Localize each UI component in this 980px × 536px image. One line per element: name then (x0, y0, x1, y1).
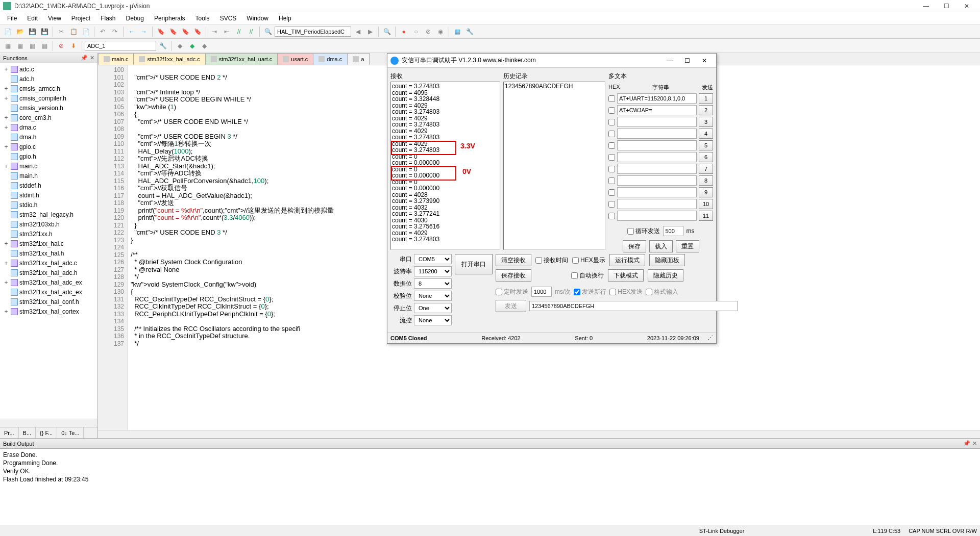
multi-hex-checkbox[interactable] (608, 201, 615, 208)
tab-functions[interactable]: {} F... (36, 427, 57, 438)
window-layout-icon[interactable]: ▦ (452, 26, 463, 37)
nav-forward-icon[interactable]: → (138, 26, 150, 37)
comment-icon[interactable]: // (233, 26, 244, 37)
tree-item[interactable]: dma.h (1, 132, 96, 142)
serial-maximize-button[interactable]: ☐ (678, 55, 696, 67)
editor-hscroll[interactable] (98, 430, 980, 438)
indent-icon[interactable]: ⇥ (209, 26, 220, 37)
rebuild-icon[interactable]: ▦ (27, 40, 38, 52)
multi-text-input[interactable] (617, 152, 697, 162)
editor-tab[interactable]: dma.c (313, 53, 348, 65)
multi-send-button[interactable]: 8 (699, 175, 713, 186)
tree-item[interactable]: adc.h (1, 74, 96, 84)
editor-tab[interactable]: stm32f1xx_hal_adc.c (133, 53, 205, 65)
multi-send-button[interactable]: 1 (699, 93, 713, 104)
breakpoint-kill-icon[interactable]: ⊘ (423, 26, 434, 37)
port-select[interactable]: COM5 (414, 254, 452, 264)
tree-item[interactable]: stddef.h (1, 181, 96, 190)
tree-item[interactable]: cmsis_version.h (1, 103, 96, 113)
build-output-text[interactable]: Erase Done.Programming Done.Verify OK.Fl… (0, 449, 980, 525)
panel-close-icon[interactable]: ✕ (90, 55, 94, 61)
multi-send-button[interactable]: 10 (699, 199, 713, 209)
editor-tab[interactable]: stm32f1xx_hal_uart.c (205, 53, 278, 65)
tree-item[interactable]: stdint.h (1, 190, 96, 200)
baud-select[interactable]: 115200 (414, 266, 452, 276)
tree-item[interactable]: +gpio.c (1, 142, 96, 151)
menu-flash[interactable]: Flash (95, 13, 120, 23)
close-button[interactable]: ✕ (957, 1, 977, 12)
batch-build-icon[interactable]: ▦ (39, 40, 50, 52)
find-combo[interactable] (275, 27, 351, 37)
multi-text-input[interactable] (617, 199, 697, 209)
bookmark-prev-icon[interactable]: 🔖 (167, 26, 179, 37)
undo-icon[interactable]: ↶ (97, 26, 108, 37)
bookmark-icon[interactable]: 🔖 (155, 26, 166, 37)
multi-text-input[interactable] (617, 187, 697, 197)
stop-build-icon[interactable]: ⊘ (56, 40, 67, 52)
save-icon[interactable]: 💾 (27, 26, 38, 37)
tree-item[interactable]: +main.c (1, 161, 96, 171)
editor-tab[interactable]: a (347, 53, 370, 65)
target-combo[interactable] (85, 41, 156, 51)
tree-item[interactable]: +dma.c (1, 122, 96, 132)
menu-edit[interactable]: Edit (22, 13, 43, 23)
serial-resize-grip-icon[interactable]: ⋰ (707, 335, 713, 341)
build-icon[interactable]: ▦ (14, 40, 26, 52)
configure-icon[interactable]: 🔧 (464, 26, 475, 37)
multi-send-button[interactable]: 4 (699, 129, 713, 139)
loop-interval-input[interactable] (663, 226, 683, 236)
timed-send-interval[interactable] (531, 287, 552, 297)
outdent-icon[interactable]: ⇤ (221, 26, 232, 37)
multi-hex-checkbox[interactable] (608, 154, 615, 161)
hist-textarea[interactable]: 1234567890ABCDEFGH (503, 82, 605, 250)
tree-item[interactable]: main.h (1, 171, 96, 181)
build-pin-icon[interactable]: 📌 (963, 440, 970, 447)
multi-text-input[interactable] (617, 117, 697, 127)
multi-hex-checkbox[interactable] (608, 177, 615, 184)
tree-item[interactable]: gpio.h (1, 151, 96, 161)
open-port-button[interactable]: 打开串口 (455, 254, 493, 274)
multi-text-input[interactable] (617, 140, 697, 150)
tab-templates[interactable]: 0↓ Te... (57, 427, 84, 438)
menu-svcs[interactable]: SVCS (215, 13, 242, 23)
tree-item[interactable]: +cmsis_armcc.h (1, 84, 96, 93)
tab-project[interactable]: Pr... (0, 427, 19, 438)
serial-close-button[interactable]: ✕ (696, 55, 713, 67)
translate-icon[interactable]: ▦ (2, 40, 13, 52)
open-file-icon[interactable]: 📂 (14, 26, 26, 37)
parity-select[interactable]: None (414, 291, 452, 301)
clear-recv-button[interactable]: 清空接收 (496, 254, 531, 266)
tree-item[interactable]: stm32f1xx_hal_conf.h (1, 297, 96, 307)
tree-item[interactable]: +core_cm3.h (1, 113, 96, 122)
multi-send-button[interactable]: 9 (699, 187, 713, 197)
tree-item[interactable]: stm32_hal_legacy.h (1, 210, 96, 219)
tree-item[interactable]: stm32f1xx.h (1, 229, 96, 239)
multi-hex-checkbox[interactable] (608, 131, 615, 137)
recv-time-checkbox[interactable]: 接收时间 (535, 256, 568, 265)
manage-rtx-icon[interactable]: ◆ (174, 40, 185, 52)
timed-send-checkbox[interactable]: 定时发送 (496, 288, 528, 296)
multi-send-button[interactable]: 6 (699, 152, 713, 162)
multi-hex-checkbox[interactable] (608, 95, 615, 102)
menu-project[interactable]: Project (66, 13, 95, 23)
paste-icon[interactable]: 📄 (80, 26, 91, 37)
copy-icon[interactable]: 📋 (68, 26, 79, 37)
multi-text-input[interactable] (617, 164, 697, 174)
tree-item[interactable]: +adc.c (1, 64, 96, 74)
new-file-icon[interactable]: 📄 (2, 26, 13, 37)
save-all-icon[interactable]: 💾 (39, 26, 50, 37)
multi-text-input[interactable] (617, 211, 697, 221)
multi-send-button[interactable]: 5 (699, 140, 713, 150)
stopbits-select[interactable]: One (414, 303, 452, 313)
minimize-button[interactable]: — (916, 1, 936, 12)
multi-text-input[interactable] (617, 175, 697, 186)
cut-icon[interactable]: ✂ (56, 26, 67, 37)
multi-send-button[interactable]: 3 (699, 117, 713, 127)
multi-hex-checkbox[interactable] (608, 189, 615, 196)
tree-item[interactable]: +cmsis_compiler.h (1, 93, 96, 103)
editor-tab[interactable]: usart.c (277, 53, 313, 65)
breakpoint-disable-icon[interactable]: ○ (410, 26, 422, 37)
menu-peripherals[interactable]: Peripherals (149, 13, 190, 23)
find-prev-icon[interactable]: ◀ (352, 26, 363, 37)
multi-hex-checkbox[interactable] (608, 142, 615, 149)
